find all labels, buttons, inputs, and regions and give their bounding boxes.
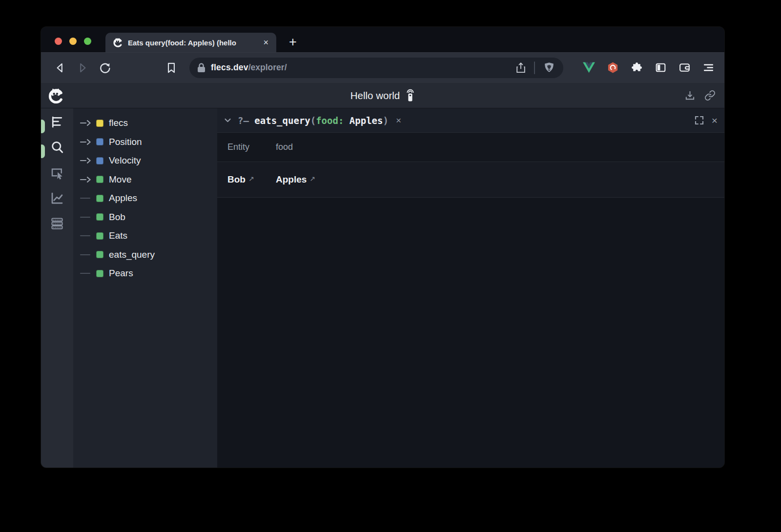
active-panel-indicator — [41, 120, 45, 133]
tab-bar: Eats query(food: Apples) (hello × + — [41, 27, 724, 52]
hexagon-extension-icon[interactable] — [607, 61, 619, 74]
query-panel: ?– eats_query(food: Apples) × × Entity f… — [217, 108, 724, 468]
url-domain: flecs.dev — [211, 62, 248, 73]
tree-item-label[interactable]: Bob — [109, 212, 125, 223]
menu-icon[interactable] — [702, 61, 715, 74]
column-header-entity: Entity — [217, 142, 266, 152]
window-close-button[interactable] — [55, 38, 62, 45]
new-tab-button[interactable]: + — [285, 34, 301, 50]
tree-item-velocity[interactable]: Velocity — [73, 151, 217, 170]
browser-tab[interactable]: Eats query(food: Apples) (hello × — [105, 33, 276, 52]
share-icon[interactable] — [515, 62, 526, 74]
wallet-icon[interactable] — [678, 61, 691, 74]
url-path: /explorer/ — [248, 62, 287, 73]
tree-branch-line — [80, 270, 94, 277]
tree-item-eats[interactable]: Eats — [73, 226, 217, 246]
link-icon[interactable] — [704, 90, 716, 101]
tree-item-label[interactable]: flecs — [109, 118, 128, 128]
window-minimize-button[interactable] — [69, 38, 77, 45]
tree-item-label[interactable]: Pears — [109, 268, 133, 279]
column-header-food: food — [266, 142, 293, 152]
browser-window: Eats query(food: Apples) (hello × + flec… — [41, 27, 724, 468]
entity-kind-swatch — [96, 176, 103, 183]
traffic-lights — [55, 38, 91, 45]
goto-entity-icon[interactable]: ↗ — [248, 175, 254, 183]
page-title: Hello world — [350, 90, 400, 102]
chart-panel-icon[interactable] — [50, 191, 64, 205]
forward-icon — [76, 61, 89, 74]
entity-kind-swatch — [96, 251, 103, 258]
chevron-down-icon[interactable] — [224, 117, 231, 124]
bookmark-icon[interactable] — [165, 61, 178, 74]
entity-kind-swatch — [96, 138, 103, 145]
sidebar-toggle-icon[interactable] — [655, 61, 667, 74]
tab-close-icon[interactable]: × — [261, 37, 270, 48]
tree-item-eats-query[interactable]: eats_query — [73, 246, 217, 265]
query-header: ?– eats_query(food: Apples) × × — [217, 108, 724, 133]
tree-panel-icon[interactable] — [50, 115, 64, 129]
table-row[interactable]: Bob ↗ Apples ↗ — [217, 162, 724, 198]
tree-item-bob[interactable]: Bob — [73, 208, 217, 227]
extension-row — [583, 61, 715, 74]
tree-item-label[interactable]: Move — [109, 174, 131, 185]
entity-kind-swatch — [96, 157, 103, 164]
query-expression: ?– eats_query(food: Apples) — [238, 115, 389, 126]
fullscreen-icon[interactable] — [695, 116, 704, 125]
food-cell[interactable]: Apples — [276, 174, 307, 185]
expand-arrow-icon[interactable] — [80, 139, 94, 145]
browser-toolbar: flecs.dev/explorer/ — [41, 52, 724, 83]
tree-item-move[interactable]: Move — [73, 170, 217, 189]
tree-item-label[interactable]: eats_query — [109, 249, 155, 260]
tree-item-label[interactable]: Position — [109, 137, 142, 147]
tree-item-flecs[interactable]: flecs — [73, 114, 217, 133]
extensions-puzzle-icon[interactable] — [631, 61, 643, 74]
tree-branch-line — [80, 251, 94, 258]
tree-item-pears[interactable]: Pears — [73, 264, 217, 283]
icon-rail — [41, 108, 73, 468]
url-divider — [534, 61, 535, 74]
tree-branch-line — [80, 195, 94, 202]
brave-shield-icon[interactable] — [543, 61, 555, 74]
tree-item-position[interactable]: Position — [73, 133, 217, 152]
expand-arrow-icon[interactable] — [80, 157, 94, 164]
entity-tree: flecs Position Velocity Move Apples — [73, 108, 217, 468]
entity-kind-swatch — [96, 270, 103, 277]
entity-kind-swatch — [96, 232, 103, 240]
close-panel-icon[interactable]: × — [712, 115, 718, 125]
entity-kind-swatch — [96, 120, 103, 127]
tree-item-apples[interactable]: Apples — [73, 189, 217, 208]
url-bar[interactable]: flecs.dev/explorer/ — [189, 58, 563, 78]
stats-panel-icon[interactable] — [50, 216, 64, 231]
entity-kind-swatch — [96, 195, 103, 202]
download-icon[interactable] — [684, 90, 696, 101]
tree-branch-line — [80, 232, 94, 239]
tree-item-label[interactable]: Eats — [109, 230, 127, 241]
entity-kind-swatch — [96, 213, 103, 221]
empty-results-area — [217, 198, 724, 468]
entity-cell[interactable]: Bob — [227, 174, 246, 185]
active-panel-indicator — [41, 144, 45, 158]
query-search-icon[interactable] — [50, 140, 64, 155]
flecs-favicon-icon — [112, 37, 123, 48]
inspector-icon[interactable] — [50, 165, 64, 180]
remote-connection-icon — [406, 89, 415, 102]
expand-arrow-icon[interactable] — [80, 120, 94, 126]
back-icon[interactable] — [54, 61, 66, 74]
flecs-logo-icon[interactable] — [47, 87, 64, 104]
result-table-header: Entity food — [217, 133, 724, 162]
tree-item-label[interactable]: Velocity — [109, 155, 141, 166]
expand-arrow-icon[interactable] — [80, 176, 94, 183]
vue-devtools-icon[interactable] — [583, 61, 595, 74]
query-clear-icon[interactable]: × — [394, 115, 403, 126]
tree-item-label[interactable]: Apples — [109, 193, 137, 204]
lock-icon[interactable] — [197, 63, 206, 73]
tree-branch-line — [80, 214, 94, 221]
tab-title: Eats query(food: Apples) (hello — [128, 39, 261, 47]
app-header: Hello world — [41, 83, 724, 108]
reload-icon[interactable] — [99, 61, 111, 74]
window-zoom-button[interactable] — [84, 38, 91, 45]
goto-entity-icon[interactable]: ↗ — [309, 175, 315, 183]
